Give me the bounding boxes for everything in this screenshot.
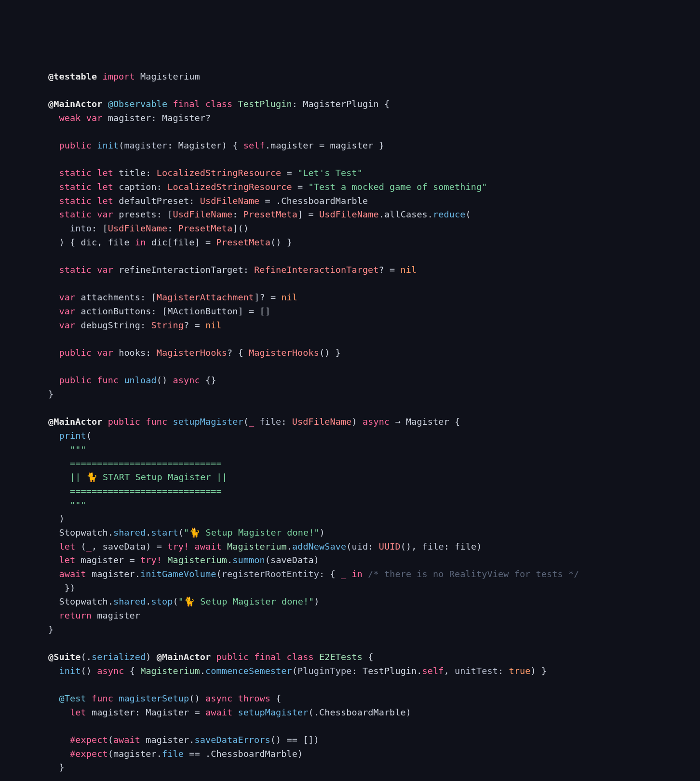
code-line: } <box>48 624 54 634</box>
code-line: return magister <box>48 610 140 620</box>
code-line: public init(magister: Magister) { self.m… <box>48 140 384 150</box>
code-line: """ <box>48 444 86 455</box>
code-line: weak var magister: Magister? <box>48 113 211 123</box>
code-line: @MainActor public func setupMagister(_ f… <box>48 417 460 427</box>
code-line: Stopwatch.shared.start("🐈 Setup Magister… <box>48 527 325 538</box>
code-line: @Suite(.serialized) @MainActor public fi… <box>48 652 373 662</box>
code-line: var attachments: [MagisterAttachment]? =… <box>48 292 297 302</box>
code-line: @testable import Magisterium <box>48 71 200 81</box>
code-line: #expect(magister.file == .ChessboardMarb… <box>48 749 303 759</box>
code-line: static var presets: [UsdFileName: Preset… <box>48 209 471 219</box>
code-line: ) { dic, file in dic[file] = PresetMeta(… <box>48 237 292 247</box>
code-line: @MainActor @Observable final class TestP… <box>48 99 390 109</box>
code-line: let (_, saveData) = try! await Magisteri… <box>48 541 482 552</box>
code-line: Stopwatch.shared.stop("🐈 Setup Magister … <box>48 596 320 606</box>
code-line: into: [UsdFileName: PresetMeta]() <box>48 223 249 233</box>
code-line: } <box>48 389 54 399</box>
code-line: public func unload() async {} <box>48 375 216 385</box>
code-line: var actionButtons: [MActionButton] = [] <box>48 306 270 316</box>
code-line: @Test func magisterSetup() async throws … <box>48 693 281 703</box>
code-line: init() async { Magisterium.commenceSemes… <box>48 666 547 676</box>
code-line: public var hooks: MagisterHooks? { Magis… <box>48 348 341 358</box>
code-line: static let caption: LocalizedStringResou… <box>48 182 487 192</box>
code-line: } <box>48 762 65 772</box>
code-line: ) <box>48 513 65 524</box>
code-line: await magister.initGameVolume(registerRo… <box>48 569 579 579</box>
code-line: let magister = try! Magisterium.summon(s… <box>48 555 319 565</box>
code-line: static let title: LocalizedStringResourc… <box>48 168 363 178</box>
code-line: ============================ <box>48 486 222 496</box>
code-line: let magister: Magister = await setupMagi… <box>48 707 411 717</box>
code-line: }) <box>48 583 75 593</box>
code-line: var debugString: String? = nil <box>48 320 222 330</box>
code-line: #expect(await magister.saveDataErrors() … <box>48 735 319 745</box>
code-line: static let defaultPreset: UsdFileName = … <box>48 196 368 206</box>
code-line: """ <box>48 500 86 510</box>
code-line: || 🐈 START Setup Magister || <box>48 472 228 482</box>
code-line: ============================ <box>48 458 222 469</box>
code-line: print( <box>48 431 92 441</box>
code-line: static var refineInteractionTarget: Refi… <box>48 265 417 275</box>
code-editor[interactable]: @testable import Magisterium @MainActor … <box>0 70 700 775</box>
